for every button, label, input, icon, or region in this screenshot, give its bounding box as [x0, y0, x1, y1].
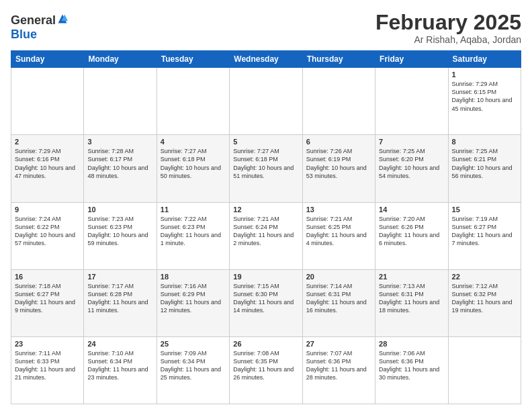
table-row: 10Sunrise: 7:23 AM Sunset: 6:23 PM Dayli…	[84, 202, 157, 269]
day-number: 26	[233, 340, 298, 348]
day-info: Sunrise: 7:09 AM Sunset: 6:34 PM Dayligh…	[161, 349, 226, 382]
day-number: 8	[452, 138, 517, 146]
day-info: Sunrise: 7:26 AM Sunset: 6:19 PM Dayligh…	[306, 147, 371, 180]
table-row: 14Sunrise: 7:20 AM Sunset: 6:26 PM Dayli…	[375, 202, 448, 269]
day-number: 4	[161, 138, 226, 146]
col-friday: Friday	[375, 51, 448, 68]
table-row: 4Sunrise: 7:27 AM Sunset: 6:18 PM Daylig…	[157, 135, 229, 202]
calendar-week-row: 16Sunrise: 7:18 AM Sunset: 6:27 PM Dayli…	[11, 269, 521, 336]
calendar: Sunday Monday Tuesday Wednesday Thursday…	[11, 50, 521, 404]
day-number: 12	[233, 205, 298, 214]
day-number: 7	[379, 138, 444, 146]
day-number: 19	[233, 273, 298, 281]
day-number: 11	[161, 205, 226, 214]
table-row: 13Sunrise: 7:21 AM Sunset: 6:25 PM Dayli…	[302, 202, 375, 269]
day-info: Sunrise: 7:14 AM Sunset: 6:31 PM Dayligh…	[306, 282, 371, 315]
day-info: Sunrise: 7:13 AM Sunset: 6:31 PM Dayligh…	[379, 282, 444, 315]
logo-blue: Blue	[11, 28, 37, 42]
day-info: Sunrise: 7:15 AM Sunset: 6:30 PM Dayligh…	[233, 282, 298, 315]
calendar-week-row: 23Sunrise: 7:11 AM Sunset: 6:33 PM Dayli…	[11, 336, 521, 404]
day-info: Sunrise: 7:16 AM Sunset: 6:29 PM Dayligh…	[161, 282, 226, 315]
day-number: 16	[15, 273, 80, 281]
table-row: 20Sunrise: 7:14 AM Sunset: 6:31 PM Dayli…	[302, 269, 375, 336]
table-row	[11, 68, 84, 135]
table-row: 15Sunrise: 7:19 AM Sunset: 6:27 PM Dayli…	[448, 202, 521, 269]
table-row: 25Sunrise: 7:09 AM Sunset: 6:34 PM Dayli…	[157, 336, 229, 404]
table-row	[375, 68, 448, 135]
table-row: 3Sunrise: 7:28 AM Sunset: 6:17 PM Daylig…	[84, 135, 157, 202]
table-row: 8Sunrise: 7:25 AM Sunset: 6:21 PM Daylig…	[448, 135, 521, 202]
table-row: 5Sunrise: 7:27 AM Sunset: 6:18 PM Daylig…	[230, 135, 302, 202]
table-row: 6Sunrise: 7:26 AM Sunset: 6:19 PM Daylig…	[302, 135, 375, 202]
day-info: Sunrise: 7:24 AM Sunset: 6:22 PM Dayligh…	[15, 215, 80, 248]
day-info: Sunrise: 7:10 AM Sunset: 6:34 PM Dayligh…	[87, 349, 152, 382]
day-info: Sunrise: 7:25 AM Sunset: 6:20 PM Dayligh…	[379, 147, 444, 180]
table-row: 18Sunrise: 7:16 AM Sunset: 6:29 PM Dayli…	[157, 269, 229, 336]
calendar-week-row: 9Sunrise: 7:24 AM Sunset: 6:22 PM Daylig…	[11, 202, 521, 269]
day-number: 10	[87, 205, 152, 214]
table-row: 11Sunrise: 7:22 AM Sunset: 6:23 PM Dayli…	[157, 202, 229, 269]
table-row: 1Sunrise: 7:29 AM Sunset: 6:15 PM Daylig…	[448, 68, 521, 135]
day-info: Sunrise: 7:29 AM Sunset: 6:15 PM Dayligh…	[452, 80, 517, 113]
table-row	[157, 68, 229, 135]
col-thursday: Thursday	[302, 51, 375, 68]
table-row: 17Sunrise: 7:17 AM Sunset: 6:28 PM Dayli…	[84, 269, 157, 336]
month-title: February 2025	[375, 11, 521, 34]
table-row: 27Sunrise: 7:07 AM Sunset: 6:36 PM Dayli…	[302, 336, 375, 404]
table-row: 21Sunrise: 7:13 AM Sunset: 6:31 PM Dayli…	[375, 269, 448, 336]
day-info: Sunrise: 7:12 AM Sunset: 6:32 PM Dayligh…	[452, 282, 517, 315]
day-number: 15	[452, 205, 517, 214]
table-row: 23Sunrise: 7:11 AM Sunset: 6:33 PM Dayli…	[11, 336, 84, 404]
logo-general: General	[11, 13, 56, 28]
table-row: 7Sunrise: 7:25 AM Sunset: 6:20 PM Daylig…	[375, 135, 448, 202]
day-info: Sunrise: 7:11 AM Sunset: 6:33 PM Dayligh…	[15, 349, 80, 382]
day-info: Sunrise: 7:21 AM Sunset: 6:24 PM Dayligh…	[233, 215, 298, 248]
day-info: Sunrise: 7:22 AM Sunset: 6:23 PM Dayligh…	[161, 215, 226, 248]
logo-icon	[57, 13, 68, 24]
calendar-header-row: Sunday Monday Tuesday Wednesday Thursday…	[11, 51, 521, 68]
col-tuesday: Tuesday	[157, 51, 229, 68]
day-number: 2	[15, 138, 80, 146]
table-row	[448, 336, 521, 404]
table-row: 22Sunrise: 7:12 AM Sunset: 6:32 PM Dayli…	[448, 269, 521, 336]
table-row: 28Sunrise: 7:06 AM Sunset: 6:36 PM Dayli…	[375, 336, 448, 404]
calendar-week-row: 2Sunrise: 7:29 AM Sunset: 6:16 PM Daylig…	[11, 135, 521, 202]
day-info: Sunrise: 7:17 AM Sunset: 6:28 PM Dayligh…	[87, 282, 152, 315]
day-number: 1	[452, 71, 517, 79]
day-number: 3	[87, 138, 152, 146]
day-number: 9	[15, 205, 80, 214]
day-number: 20	[306, 273, 371, 281]
day-number: 24	[87, 340, 152, 348]
col-wednesday: Wednesday	[230, 51, 302, 68]
day-number: 5	[233, 138, 298, 146]
day-number: 6	[306, 138, 371, 146]
logo: General Blue	[11, 13, 68, 42]
day-number: 18	[161, 273, 226, 281]
table-row: 16Sunrise: 7:18 AM Sunset: 6:27 PM Dayli…	[11, 269, 84, 336]
day-number: 17	[87, 273, 152, 281]
title-section: February 2025 Ar Rishah, Aqaba, Jordan	[375, 11, 521, 45]
day-number: 28	[379, 340, 444, 348]
day-number: 27	[306, 340, 371, 348]
day-info: Sunrise: 7:21 AM Sunset: 6:25 PM Dayligh…	[306, 215, 371, 248]
day-info: Sunrise: 7:28 AM Sunset: 6:17 PM Dayligh…	[87, 147, 152, 180]
day-number: 21	[379, 273, 444, 281]
table-row	[230, 68, 302, 135]
day-number: 13	[306, 205, 371, 214]
day-number: 25	[161, 340, 226, 348]
page: General Blue February 2025 Ar Rishah, Aq…	[0, 0, 532, 411]
calendar-week-row: 1Sunrise: 7:29 AM Sunset: 6:15 PM Daylig…	[11, 68, 521, 135]
day-info: Sunrise: 7:06 AM Sunset: 6:36 PM Dayligh…	[379, 349, 444, 382]
day-info: Sunrise: 7:20 AM Sunset: 6:26 PM Dayligh…	[379, 215, 444, 248]
day-info: Sunrise: 7:18 AM Sunset: 6:27 PM Dayligh…	[15, 282, 80, 315]
day-number: 22	[452, 273, 517, 281]
table-row: 19Sunrise: 7:15 AM Sunset: 6:30 PM Dayli…	[230, 269, 302, 336]
day-info: Sunrise: 7:08 AM Sunset: 6:35 PM Dayligh…	[233, 349, 298, 382]
table-row: 24Sunrise: 7:10 AM Sunset: 6:34 PM Dayli…	[84, 336, 157, 404]
day-info: Sunrise: 7:25 AM Sunset: 6:21 PM Dayligh…	[452, 147, 517, 180]
day-info: Sunrise: 7:07 AM Sunset: 6:36 PM Dayligh…	[306, 349, 371, 382]
col-monday: Monday	[84, 51, 157, 68]
day-info: Sunrise: 7:27 AM Sunset: 6:18 PM Dayligh…	[233, 147, 298, 180]
day-number: 14	[379, 205, 444, 214]
location: Ar Rishah, Aqaba, Jordan	[375, 34, 521, 45]
